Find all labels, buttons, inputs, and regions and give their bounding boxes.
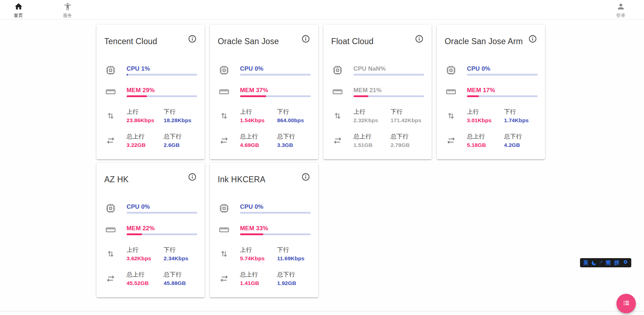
cpu-progress-bar — [127, 212, 197, 214]
total-row: 总上行 1.51GB 总下行 2.79GB — [329, 133, 424, 148]
mem-progress-bar — [353, 95, 424, 97]
swap-horiz-icon — [216, 275, 233, 283]
ime-punctuation-toggle[interactable]: ·' — [599, 258, 603, 267]
speed-row: 上行 3.62Kbps 下行 2.34Kbps — [102, 246, 197, 262]
cpu-progress-fill — [127, 74, 128, 76]
download-label: 下行 — [277, 246, 311, 254]
card-header: Tencent Cloud — [102, 34, 197, 46]
cpu-usage-label: CPU 0% — [127, 203, 197, 210]
info-icon[interactable] — [528, 34, 538, 44]
info-icon[interactable] — [187, 34, 197, 44]
upload-label: 上行 — [240, 108, 277, 115]
speed-row: 上行 3.01Kbps 下行 1.74Kbps — [443, 108, 538, 124]
nav-item-label: 登录 — [616, 13, 625, 18]
cpu-row: CPU 0% — [216, 203, 311, 214]
memory-ruler-icon — [216, 225, 233, 235]
person-icon — [616, 2, 625, 12]
total-download-label: 总下行 — [164, 133, 197, 140]
download-label: 下行 — [164, 108, 197, 115]
swap-horiz-icon — [102, 137, 119, 144]
card-metrics: CPU 0% MEM 33% — [216, 203, 311, 286]
info-icon[interactable] — [301, 34, 311, 44]
server-card: Ink HKCERA — [210, 163, 318, 297]
server-title: Oracle San Jose Arm — [445, 37, 523, 46]
total-row: 总上行 1.41GB 总下行 1.92GB — [216, 271, 311, 286]
total-download-value: 1.92GB — [277, 280, 311, 286]
card-header: Float Cloud — [329, 34, 424, 46]
card-metrics: CPU 0% MEM 17% — [443, 65, 538, 148]
total-upload-label: 总上行 — [240, 271, 277, 278]
mem-usage-label: MEM 29% — [127, 87, 197, 94]
server-title: Float Cloud — [331, 37, 374, 46]
total-upload-label: 总上行 — [467, 133, 504, 140]
upload-label: 上行 — [127, 108, 164, 115]
memory-ruler-icon — [216, 87, 233, 97]
mem-row: MEM 37% — [216, 87, 311, 97]
ime-pinyin-indicator[interactable]: 拼 — [614, 258, 620, 267]
download-speed-value: 864.00bps — [277, 117, 311, 124]
mem-progress-bar — [127, 95, 197, 97]
total-upload-value: 1.41GB — [240, 280, 277, 286]
nav-item-label: 服务 — [63, 13, 72, 18]
mem-usage-label: MEM 22% — [127, 225, 197, 232]
cpu-usage-label: CPU 0% — [467, 65, 538, 72]
nav-right-group: 登录 — [610, 1, 631, 19]
gear-icon[interactable] — [623, 258, 628, 267]
server-card: Oracle San Jose Arm — [437, 25, 545, 159]
info-icon[interactable] — [414, 34, 424, 44]
cpu-row: CPU 0% — [216, 65, 311, 76]
cpu-chip-icon — [329, 65, 346, 76]
info-icon[interactable] — [301, 172, 311, 182]
total-download-value: 3.3GB — [277, 142, 311, 148]
swap-vert-icon — [216, 111, 233, 121]
mem-usage-label: MEM 21% — [353, 87, 424, 94]
info-icon[interactable] — [187, 172, 197, 182]
total-row: 总上行 4.69GB 总下行 3.3GB — [216, 133, 311, 148]
upload-label: 上行 — [353, 108, 391, 115]
download-label: 下行 — [164, 246, 197, 254]
server-card: Float Cloud — [323, 25, 432, 159]
memory-ruler-icon — [329, 87, 346, 97]
mem-progress-fill — [127, 95, 147, 97]
card-metrics: CPU 1% MEM 29% — [102, 65, 197, 148]
upload-speed-value: 2.32Kbps — [353, 117, 391, 124]
nav-item-home[interactable]: 首页 — [8, 1, 29, 19]
memory-ruler-icon — [102, 225, 119, 235]
cpu-progress-bar — [467, 74, 538, 76]
swap-vert-icon — [216, 249, 233, 259]
total-upload-value: 5.18GB — [467, 142, 504, 148]
server-card: AZ HK — [96, 163, 205, 297]
cpu-chip-icon — [216, 203, 233, 214]
cpu-chip-icon — [216, 65, 233, 76]
total-row: 总上行 3.22GB 总下行 2.6GB — [102, 133, 197, 148]
mem-row: MEM 29% — [102, 87, 197, 97]
nav-left-group: 首页 服务 — [8, 1, 78, 19]
upload-speed-value: 23.86Kbps — [127, 117, 164, 124]
server-list-fab[interactable] — [616, 294, 636, 313]
nav-item-login[interactable]: 登录 — [610, 1, 631, 19]
cpu-progress-bar — [240, 212, 311, 214]
cpu-row: CPU 0% — [443, 65, 538, 76]
speed-row: 上行 1.54Kbps 下行 864.00bps — [216, 108, 311, 124]
accessibility-icon — [63, 2, 72, 12]
ime-language-toggle[interactable]: 英 — [583, 258, 589, 267]
input-method-bar[interactable]: 英 ·' 简 拼 — [580, 258, 631, 267]
mem-progress-fill — [467, 95, 479, 97]
total-upload-label: 总上行 — [127, 133, 164, 140]
swap-vert-icon — [329, 111, 346, 121]
upload-label: 上行 — [467, 108, 504, 115]
ime-simplified-toggle[interactable]: 简 — [606, 258, 611, 267]
download-label: 下行 — [277, 108, 311, 115]
mem-usage-label: MEM 37% — [240, 87, 311, 94]
total-row: 总上行 5.18GB 总下行 4.2GB — [443, 133, 538, 148]
total-upload-value: 1.51GB — [353, 142, 391, 148]
total-upload-label: 总上行 — [240, 133, 277, 140]
mem-progress-bar — [240, 233, 311, 235]
total-upload-value: 45.52GB — [127, 280, 164, 286]
cpu-progress-bar — [127, 74, 197, 76]
swap-vert-icon — [102, 111, 119, 121]
nav-item-services[interactable]: 服务 — [57, 1, 78, 19]
card-header: Ink HKCERA — [216, 172, 311, 184]
server-card: Oracle San Jose — [210, 25, 318, 159]
moon-icon[interactable] — [592, 261, 596, 265]
